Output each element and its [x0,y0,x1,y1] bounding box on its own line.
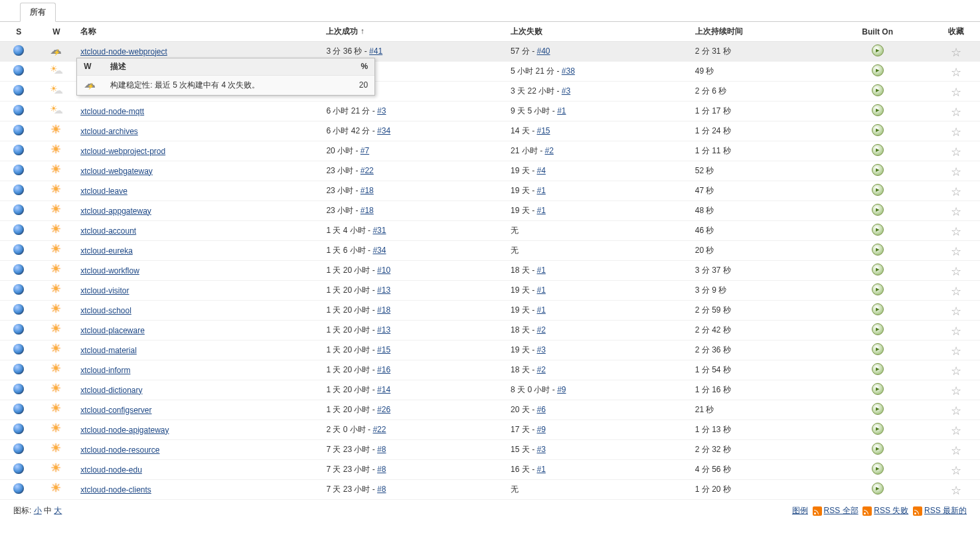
header-favorite[interactable]: 收藏 [932,22,980,42]
last-success-build-link[interactable]: #18 [361,186,374,195]
job-name-link[interactable]: xtcloud-workflow [80,266,139,275]
node-icon[interactable] [872,483,884,495]
node-icon[interactable] [872,124,884,136]
favorite-star-icon[interactable] [950,244,962,256]
favorite-star-icon[interactable] [950,165,962,177]
job-name-link[interactable]: xtcloud-inform [80,366,130,375]
favorite-star-icon[interactable] [950,125,962,137]
last-success-build-link[interactable]: #34 [372,246,386,255]
favorite-star-icon[interactable] [950,304,962,316]
last-failure-build-link[interactable]: #1 [557,106,566,115]
favorite-star-icon[interactable] [950,224,962,236]
last-failure-build-link[interactable]: #1 [536,285,545,295]
job-name-link[interactable]: xtcloud-eureka [80,246,133,256]
favorite-star-icon[interactable] [950,45,962,57]
favorite-star-icon[interactable] [950,364,962,376]
last-success-build-link[interactable]: #13 [377,285,390,295]
last-success-build-link[interactable]: #14 [377,385,390,394]
last-success-build-link[interactable]: #8 [377,445,386,454]
last-failure-build-link[interactable]: #3 [536,445,545,454]
last-success-build-link[interactable]: #8 [377,485,386,494]
node-icon[interactable] [872,64,884,76]
last-failure-build-link[interactable]: #4 [536,166,545,175]
header-last-success[interactable]: 上次成功 ↑ [321,22,505,42]
last-success-build-link[interactable]: #31 [372,226,386,235]
node-icon[interactable] [872,224,884,236]
job-name-link[interactable]: xtcloud-node-apigateway [80,425,169,435]
node-icon[interactable] [872,383,884,395]
favorite-star-icon[interactable] [950,204,962,216]
favorite-star-icon[interactable] [950,264,962,276]
last-success-build-link[interactable]: #34 [377,126,390,135]
job-name-link[interactable]: xtcloud-dictionary [80,386,142,395]
job-name-link[interactable]: xtcloud-placeware [80,326,145,335]
job-name-link[interactable]: xtcloud-node-resource [80,445,159,455]
favorite-star-icon[interactable] [950,483,962,495]
last-success-build-link[interactable]: #41 [369,46,382,56]
rss-all-link[interactable]: RSS 全部 [824,506,858,515]
last-failure-build-link[interactable]: #9 [536,425,545,434]
node-icon[interactable] [872,343,884,355]
last-failure-build-link[interactable]: #3 [562,86,570,96]
job-name-link[interactable]: xtcloud-node-clients [80,485,151,495]
last-success-build-link[interactable]: #3 [377,106,386,115]
node-icon[interactable] [872,164,884,176]
node-icon[interactable] [872,244,884,256]
job-name-link[interactable]: xtcloud-school [80,306,131,315]
favorite-star-icon[interactable] [950,384,962,396]
header-last-failure[interactable]: 上次失败 [505,22,690,42]
last-failure-build-link[interactable]: #38 [562,66,575,76]
node-icon[interactable] [872,144,884,156]
favorite-star-icon[interactable] [950,443,962,455]
last-success-build-link[interactable]: #18 [361,206,374,215]
last-failure-build-link[interactable]: #40 [536,46,550,56]
node-icon[interactable] [872,463,884,475]
favorite-star-icon[interactable] [950,185,962,196]
favorite-star-icon[interactable] [950,284,962,296]
last-failure-build-link[interactable]: #15 [536,126,550,135]
favorite-star-icon[interactable] [950,463,962,475]
last-success-build-link[interactable]: #8 [377,465,386,474]
rss-latest-link[interactable]: RSS 最新的 [924,506,967,515]
last-success-build-link[interactable]: #7 [361,146,369,155]
last-failure-build-link[interactable]: #1 [536,266,545,275]
last-failure-build-link[interactable]: #6 [536,405,545,414]
icon-size-small[interactable]: 小 [34,506,42,515]
tab-all[interactable]: 所有 [20,3,56,22]
favorite-star-icon[interactable] [950,344,962,356]
node-icon[interactable] [872,184,884,196]
rss-fail-link[interactable]: RSS 失败 [874,506,908,515]
icon-size-large[interactable]: 大 [54,506,62,515]
job-name-link[interactable]: xtcloud-material [80,346,137,355]
job-name-link[interactable]: xtcloud-node-webproject [80,47,167,56]
last-failure-build-link[interactable]: #1 [536,465,545,474]
favorite-star-icon[interactable] [950,65,962,77]
last-failure-build-link[interactable]: #2 [544,146,553,155]
node-icon[interactable] [872,283,884,295]
job-name-link[interactable]: xtcloud-node-mqtt [80,107,144,116]
node-icon[interactable] [872,303,884,315]
header-weather[interactable]: W [38,22,76,42]
favorite-star-icon[interactable] [950,324,962,336]
job-name-link[interactable]: xtcloud-webproject-prod [80,147,165,156]
last-success-build-link[interactable]: #10 [377,266,390,275]
legend-link[interactable]: 图例 [792,506,808,515]
job-name-link[interactable]: xtcloud-archives [80,127,138,136]
last-success-build-link[interactable]: #15 [377,345,390,354]
last-success-build-link[interactable]: #13 [377,325,390,335]
node-icon[interactable] [872,363,884,375]
node-icon[interactable] [872,443,884,455]
job-name-link[interactable]: xtcloud-account [80,226,136,236]
last-success-build-link[interactable]: #16 [377,365,390,374]
last-failure-build-link[interactable]: #9 [557,385,566,394]
last-success-build-link[interactable]: #22 [372,425,386,434]
job-name-link[interactable]: xtcloud-node-edu [80,465,142,475]
last-failure-build-link[interactable]: #1 [536,186,545,195]
job-name-link[interactable]: xtcloud-webgateway [80,167,153,176]
last-failure-build-link[interactable]: #2 [536,325,545,335]
job-name-link[interactable]: xtcloud-configserver [80,406,151,415]
job-name-link[interactable]: xtcloud-leave [80,187,127,196]
last-success-build-link[interactable]: #22 [361,166,374,175]
favorite-star-icon[interactable] [950,105,962,117]
favorite-star-icon[interactable] [950,85,962,97]
